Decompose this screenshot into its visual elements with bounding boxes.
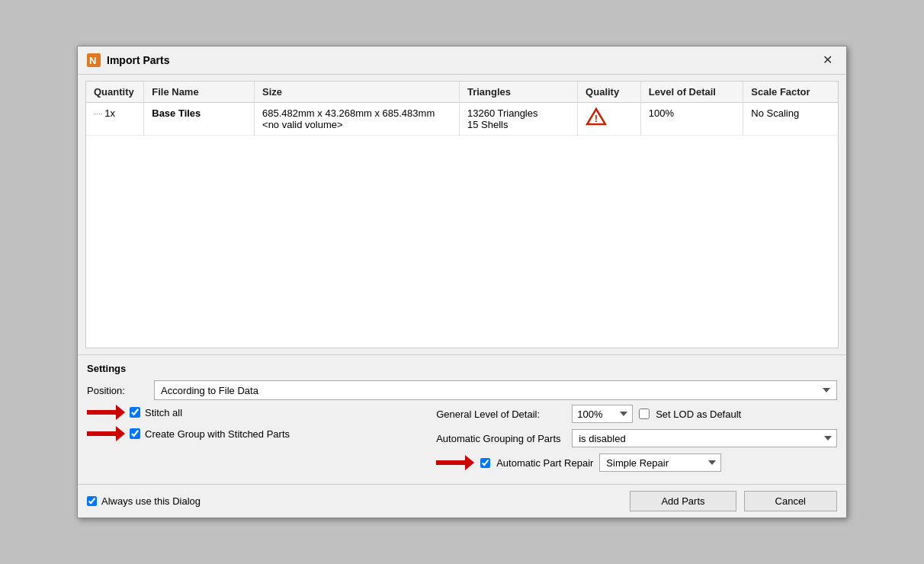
- settings-section: Settings Position: According to File Dat…: [78, 354, 846, 484]
- col-header-quantity: Quantity: [86, 82, 144, 103]
- svg-marker-5: [116, 405, 125, 420]
- row-filename: Base Tiles: [144, 103, 255, 136]
- svg-rect-4: [87, 410, 116, 415]
- settings-title: Settings: [87, 363, 837, 374]
- settings-right-col: General Level of Detail: 25% 50% 75% 100…: [436, 405, 837, 478]
- lod-select[interactable]: 25% 50% 75% 100%: [572, 405, 633, 423]
- add-parts-button[interactable]: Add Parts: [630, 491, 736, 511]
- warning-icon: !: [586, 107, 607, 126]
- auto-repair-checkbox[interactable]: [480, 458, 490, 468]
- row-quantity: ····1x: [86, 103, 144, 136]
- svg-text:!: !: [595, 113, 598, 124]
- cancel-button[interactable]: Cancel: [744, 491, 837, 511]
- grouping-row: Automatic Grouping of Parts is disabled …: [436, 429, 837, 447]
- create-group-arrow-annotation: [87, 426, 125, 441]
- create-group-label[interactable]: Create Group with Stitched Parts: [145, 428, 290, 440]
- col-header-size: Size: [255, 82, 460, 103]
- set-lod-label[interactable]: Set LOD as Default: [656, 409, 741, 420]
- lod-row: General Level of Detail: 25% 50% 75% 100…: [436, 405, 837, 423]
- col-header-triangles: Triangles: [459, 82, 577, 103]
- dialog-title: Import Parts: [107, 54, 169, 66]
- table-row: ····1x Base Tiles 685.482mm x 43.268mm x…: [86, 103, 838, 136]
- svg-marker-7: [116, 426, 125, 441]
- col-header-scale: Scale Factor: [743, 82, 838, 103]
- footer-bar: Always use this Dialog Add Parts Cancel: [78, 484, 846, 518]
- row-size: 685.482mm x 43.268mm x 685.483mm <no val…: [255, 103, 460, 136]
- set-lod-checkbox[interactable]: [639, 409, 650, 419]
- settings-left-col: Stitch all Create Group with Stitched Pa…: [87, 405, 421, 447]
- title-bar: N Import Parts ✕: [78, 46, 846, 75]
- position-row: Position: According to File Data Origin …: [87, 380, 837, 400]
- repair-type-select[interactable]: Simple Repair Advanced Repair None: [599, 453, 721, 472]
- create-group-checkbox[interactable]: [130, 428, 140, 439]
- parts-table: Quantity File Name Size Triangles Qualit…: [86, 82, 838, 136]
- stitch-all-row: Stitch all: [87, 405, 421, 420]
- create-group-row: Create Group with Stitched Parts: [87, 426, 421, 441]
- grouping-select[interactable]: is disabled by File by Assembly: [572, 429, 837, 447]
- row-quality: !: [578, 103, 641, 136]
- app-logo: N: [87, 53, 101, 67]
- position-select[interactable]: According to File Data Origin Custom: [154, 380, 837, 400]
- col-header-filename: File Name: [144, 82, 255, 103]
- col-header-lod: Level of Detail: [640, 82, 743, 103]
- footer-left: Always use this Dialog: [87, 495, 201, 507]
- footer-buttons: Add Parts Cancel: [630, 491, 837, 511]
- row-scale: No Scaling: [743, 103, 838, 136]
- position-label: Position:: [87, 385, 148, 396]
- repair-arrow-annotation: [436, 455, 474, 470]
- table-header-row: Quantity File Name Size Triangles Qualit…: [86, 82, 838, 103]
- row-lod: 100%: [640, 103, 743, 136]
- svg-rect-8: [436, 460, 465, 465]
- svg-text:N: N: [89, 55, 96, 66]
- svg-marker-9: [465, 455, 474, 470]
- lod-label: General Level of Detail:: [436, 409, 566, 420]
- row-triangles: 13260 Triangles 15 Shells: [459, 103, 577, 136]
- auto-repair-label[interactable]: Automatic Part Repair: [496, 457, 593, 469]
- repair-row: Automatic Part Repair Simple Repair Adva…: [436, 453, 837, 472]
- svg-rect-6: [87, 431, 116, 436]
- always-dialog-checkbox[interactable]: [87, 496, 97, 506]
- always-dialog-label[interactable]: Always use this Dialog: [101, 495, 201, 507]
- col-header-quality: Quality: [578, 82, 641, 103]
- title-bar-left: N Import Parts: [87, 53, 169, 67]
- parts-table-section: Quantity File Name Size Triangles Qualit…: [85, 81, 839, 348]
- stitch-arrow-annotation: [87, 405, 125, 420]
- stitch-all-label[interactable]: Stitch all: [145, 407, 182, 418]
- close-button[interactable]: ✕: [818, 53, 837, 68]
- grouping-label: Automatic Grouping of Parts: [436, 433, 566, 444]
- settings-columns: Stitch all Create Group with Stitched Pa…: [87, 405, 837, 478]
- import-parts-dialog: N Import Parts ✕ Quantity File Name Size…: [77, 46, 847, 518]
- stitch-all-checkbox[interactable]: [130, 407, 140, 418]
